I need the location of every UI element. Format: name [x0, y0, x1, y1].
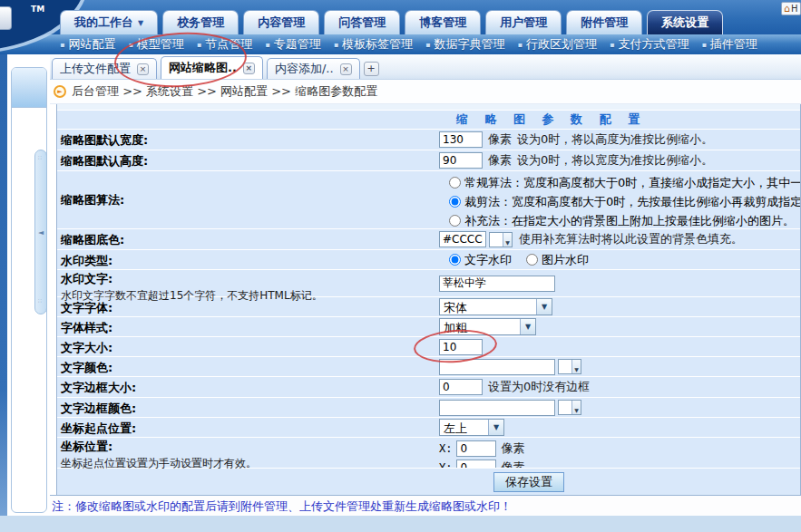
border-color-picker-button[interactable]: ▼	[558, 400, 581, 415]
menu-item-data-dict-mgmt[interactable]: ▪数据字典管理	[425, 36, 504, 53]
wm-type-option-text: 文字水印	[449, 250, 512, 269]
default-width-input[interactable]	[439, 131, 483, 148]
main-tab-label: 系统设置	[661, 15, 708, 31]
wm-text-input[interactable]	[439, 276, 555, 292]
main-tab-system-settings[interactable]: 系统设置	[647, 10, 723, 34]
table-top-strip	[57, 104, 800, 111]
add-tab-button[interactable]: +	[364, 62, 379, 76]
menu-item-site-config[interactable]: ▪网站配置	[60, 36, 115, 53]
border-color-input[interactable]	[439, 400, 555, 416]
menu-item-payment-mgmt[interactable]: ▪支付方式管理	[610, 36, 689, 53]
menu-item-label: 网站配置	[68, 36, 115, 53]
main-tab-blog-mgmt[interactable]: 博客管理	[405, 10, 481, 34]
row-wm-type: 水印类型: 文字水印 图片水印	[57, 249, 800, 269]
row-bg-color: 缩略图底色: ▼ 使用补充算法时将以此设置的背景色填充。	[57, 228, 800, 249]
save-button[interactable]: 保存设置	[493, 472, 564, 492]
algorithm-radio-crop[interactable]	[449, 196, 461, 208]
menu-item-node-mgmt[interactable]: ▪节点管理	[197, 36, 252, 53]
font-family-value: 宋体	[440, 299, 536, 314]
row-font-style: 字体样式: 加粗 ▼	[57, 316, 800, 336]
sidebar-accordion-header[interactable]	[12, 68, 46, 108]
admin-page: ▪网站配置 ▪模型管理 ▪节点管理 ▪专题管理 ▪模板标签管理 ▪数据字典管理 …	[0, 0, 801, 532]
algorithm-option-label: 裁剪法：宽度和高度都大于0时，先按最佳比例缩小再裁剪成指定大小，	[464, 192, 800, 211]
font-size-input[interactable]	[439, 339, 483, 355]
font-style-select[interactable]: 加粗 ▼	[439, 318, 536, 335]
pos-x-input[interactable]	[456, 440, 496, 457]
collapse-left-icon[interactable]: ◄	[38, 228, 44, 237]
main-tab-label: 用户管理	[500, 15, 547, 31]
bullet-icon: ▪	[128, 41, 132, 49]
algorithm-radio-fill[interactable]	[449, 215, 461, 227]
main-tab-attachment-mgmt[interactable]: 附件管理	[566, 10, 642, 34]
sidebar-splitter[interactable]: ∷ ◄ ∷	[34, 150, 47, 314]
bullet-icon: ▪	[701, 41, 706, 49]
bottom-strip	[0, 516, 801, 532]
logo-tm-text: TM	[31, 5, 44, 14]
breadcrumb-arrow-icon: ►	[54, 85, 66, 98]
pos-y-input[interactable]	[456, 459, 496, 469]
doc-tab-label: 内容添加/..	[275, 61, 334, 77]
main-tab-label: 我的工作台	[74, 15, 133, 31]
wm-type-radio-text[interactable]	[449, 254, 461, 266]
close-icon[interactable]: ×	[243, 63, 255, 74]
sub-menu-bar: ▪网站配置 ▪模型管理 ▪节点管理 ▪专题管理 ▪模板标签管理 ▪数据字典管理 …	[0, 34, 801, 54]
border-size-label: 文字边框大小:	[57, 377, 436, 397]
wm-type-radio-image[interactable]	[526, 254, 538, 266]
wm-text-label: 水印文字:	[61, 271, 435, 287]
bullet-icon: ▪	[265, 41, 269, 49]
font-family-label: 文字字体:	[57, 297, 436, 316]
menu-item-model-mgmt[interactable]: ▪模型管理	[128, 36, 183, 53]
font-style-value: 加粗	[440, 319, 520, 334]
main-tab-qa-mgmt[interactable]: 问答管理	[324, 10, 400, 34]
algorithm-option-label: 常规算法：宽度和高度都大于0时，直接缩小成指定大小，其中一个为0时	[464, 173, 800, 192]
main-tab-my-workspace[interactable]: 我的工作台 ▼	[60, 10, 158, 34]
border-size-input[interactable]	[439, 379, 483, 395]
font-style-label: 字体样式:	[57, 317, 436, 336]
doc-tab-site-thumbnail[interactable]: 网站缩略图.. ×	[161, 56, 263, 79]
menu-item-label: 节点管理	[205, 36, 252, 53]
font-family-select[interactable]: 宋体 ▼	[439, 298, 552, 315]
doc-tab-label: 网站缩略图..	[169, 60, 237, 76]
bullet-icon: ▪	[334, 41, 338, 49]
content-area: 上传文件配置 × 网站缩略图.. × 内容添加/.. × + ► 后台管理 >>…	[50, 54, 801, 532]
main-tab-content-mgmt[interactable]: 内容管理	[243, 10, 319, 34]
home-icon: ⌂	[784, 4, 790, 14]
default-height-input[interactable]	[439, 152, 483, 169]
doc-tab-upload-file-config[interactable]: 上传文件配置 ×	[52, 58, 157, 79]
main-tab-user-mgmt[interactable]: 用户管理	[485, 10, 562, 34]
default-height-label: 缩略图默认高度:	[57, 150, 436, 170]
row-default-width: 缩略图默认宽度: 像素 设为0时，将以高度为准按比例缩小。	[57, 129, 800, 150]
menu-item-label: 专题管理	[274, 36, 321, 53]
close-icon[interactable]: ×	[340, 63, 352, 75]
bg-color-picker-button[interactable]: ▼	[489, 232, 513, 247]
bg-color-input[interactable]	[439, 231, 486, 247]
doc-tab-content-add[interactable]: 内容添加/.. ×	[267, 58, 360, 79]
color-swatch	[490, 233, 503, 247]
grip-icon: ∷	[38, 299, 44, 308]
home-button[interactable]: ⌂H	[781, 2, 801, 15]
wm-type-label: 水印类型:	[57, 250, 436, 269]
row-origin: 坐标起点位置: 左上 ▼	[57, 417, 800, 437]
menu-item-region-mgmt[interactable]: ▪行政区划管理	[518, 36, 597, 53]
menu-item-topic-mgmt[interactable]: ▪专题管理	[265, 36, 320, 53]
main-tab-school-affairs[interactable]: 校务管理	[162, 10, 239, 34]
document-tabstrip: 上传文件配置 × 网站缩略图.. × 内容添加/.. × +	[50, 54, 801, 80]
font-color-input[interactable]	[439, 359, 555, 375]
algorithm-radio-normal[interactable]	[449, 177, 461, 189]
menu-item-template-tag-mgmt[interactable]: ▪模板标签管理	[334, 36, 413, 53]
menu-item-label: 支付方式管理	[618, 36, 689, 53]
grip-icon: ∷	[38, 156, 44, 165]
bullet-icon: ▪	[610, 41, 614, 49]
menu-item-plugin-mgmt[interactable]: ▪插件管理	[701, 36, 757, 53]
position-label: 坐标位置:	[61, 439, 435, 455]
font-color-picker-button[interactable]: ▼	[558, 359, 581, 374]
breadcrumb: ► 后台管理 >> 系统设置 >> 网站配置 >> 缩略图参数配置	[50, 80, 801, 104]
unit-label: 像素	[501, 459, 524, 469]
row-position: 坐标位置: 坐标起点位置设置为手动设置时才有效。 X: 像素 Y: 像素	[57, 437, 800, 468]
origin-select[interactable]: 左上 ▼	[439, 419, 504, 436]
close-icon[interactable]: ×	[137, 63, 149, 75]
menu-item-label: 数据字典管理	[435, 36, 505, 53]
default-width-label: 缩略图默认宽度:	[57, 130, 436, 150]
menu-item-label: 行政区划管理	[526, 36, 597, 53]
algorithm-label: 缩略图算法:	[57, 171, 436, 228]
